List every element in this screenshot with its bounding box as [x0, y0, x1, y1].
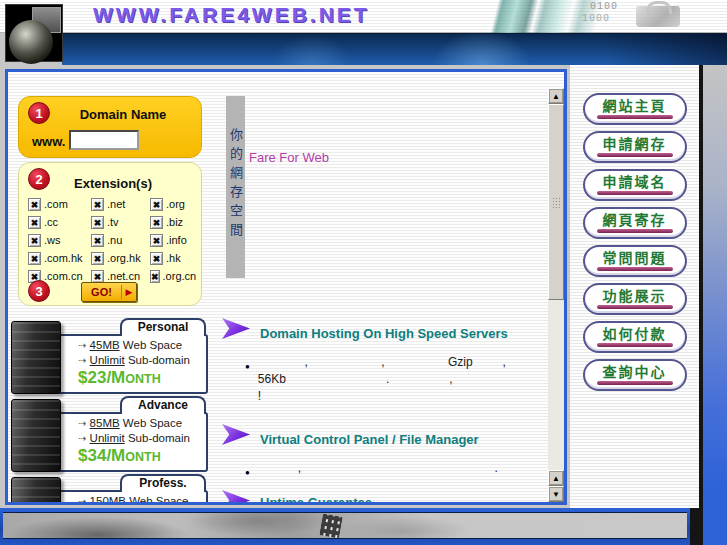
extension-option: ✖.org.hk — [91, 249, 150, 267]
extension-option: ✖.org — [150, 195, 196, 213]
menu-item-payment[interactable]: 如何付款 — [583, 321, 687, 353]
go-arrow-icon: ▶ — [122, 287, 136, 297]
server-tower-image — [11, 477, 61, 502]
extension-label: .hk — [166, 252, 181, 264]
section-title: Uptime Guarantee — [260, 495, 372, 502]
menu-item-features[interactable]: 功能展示 — [583, 283, 687, 315]
binary-text: 1000 — [582, 13, 610, 24]
padlock-graphic — [636, 5, 680, 27]
extension-checkbox[interactable]: ✖ — [28, 216, 41, 229]
plan-tab-advance[interactable]: Advance — [120, 396, 206, 414]
feature-link[interactable]: Unlimit — [90, 432, 125, 444]
extension-option: ✖.cc — [28, 213, 91, 231]
domain-input[interactable] — [69, 130, 139, 150]
extension-label: .tv — [107, 216, 119, 228]
feature-arrow-icon: ⇢ — [78, 340, 86, 351]
extension-checkbox[interactable]: ✖ — [150, 252, 163, 265]
extension-label: .info — [166, 234, 187, 246]
blue-banner-bar — [62, 33, 727, 65]
extension-option: ✖.com — [28, 195, 91, 213]
step-2-badge: 2 — [28, 168, 50, 190]
extension-checkbox[interactable]: ✖ — [150, 198, 163, 211]
scrollbar[interactable]: ▲ ▲ ▼ — [548, 88, 564, 502]
menu-underline-graphic — [597, 191, 673, 195]
globe-icon — [9, 20, 53, 64]
bottom-right-dark-corner — [690, 508, 703, 545]
plan-tab-professional[interactable]: Profess. — [120, 474, 206, 492]
extension-option: ✖.nu — [91, 231, 150, 249]
extension-checkbox[interactable]: ✖ — [28, 252, 41, 265]
section-arrow-icon — [222, 490, 250, 502]
feature-link[interactable]: 85MB — [90, 417, 120, 429]
binary-text: 0100 — [590, 1, 618, 12]
menu-item-label: 網站主頁 — [603, 99, 667, 114]
scroll-up-button-bottom[interactable]: ▲ — [548, 470, 564, 486]
domain-name-panel: 1 Domain Name www. — [18, 96, 202, 158]
section-arrow-icon — [222, 318, 250, 339]
price-unit: /M — [106, 368, 125, 387]
scrollbar-track[interactable] — [548, 300, 564, 470]
feature-arrow-icon: ⇢ — [78, 418, 86, 429]
go-button[interactable]: GO! ▶ — [81, 282, 137, 302]
body-line: ! — [258, 388, 506, 405]
section-title: Domain Hosting On High Speed Servers — [260, 326, 508, 341]
plan-features: ⇢ 45MB Web Space ⇢ Unlimit Sub-domain — [78, 338, 190, 368]
menu-item-faq[interactable]: 常問問題 — [583, 245, 687, 277]
extension-checkbox[interactable]: ✖ — [91, 252, 104, 265]
feature-text: Web Space — [120, 339, 182, 351]
plan-price: $23/MONTH — [78, 368, 161, 388]
vertical-banner-text: 你的網存空間 — [226, 128, 245, 242]
section-arrow-icon — [222, 424, 250, 445]
extension-checkbox[interactable]: ✖ — [91, 216, 104, 229]
plan-card-advance: Advance ⇢ 85MB Web Space ⇢ Unlimit Sub-d… — [14, 396, 210, 474]
extension-checkbox[interactable]: ✖ — [28, 234, 41, 247]
extension-checkbox[interactable]: ✖ — [150, 234, 163, 247]
extension-checkbox[interactable]: ✖ — [91, 270, 104, 283]
extension-option: ✖.com.hk — [28, 249, 91, 267]
feature-text: Sub-domain — [125, 354, 190, 366]
extension-checkbox[interactable]: ✖ — [150, 216, 163, 229]
plan-features: ⇢ 85MB Web Space ⇢ Unlimit Sub-domain — [78, 416, 190, 446]
feature-link[interactable]: 150MB — [90, 495, 126, 502]
www-label: www. — [32, 134, 65, 149]
price-amount: $34 — [78, 446, 106, 465]
extension-checkbox[interactable]: ✖ — [150, 270, 160, 283]
right-gradient-strip — [703, 65, 727, 545]
extension-option: ✖.ws — [28, 231, 91, 249]
extension-label: .com.hk — [44, 252, 83, 264]
extension-option: ✖.info — [150, 231, 196, 249]
extension-option: ✖.tv — [91, 213, 150, 231]
section-body: ● , . — [245, 460, 545, 481]
extension-checkbox[interactable]: ✖ — [91, 198, 104, 211]
extension-label: .com.cn — [44, 270, 83, 282]
plan-features: ⇢ 150MB Web Space — [78, 494, 188, 502]
scroll-up-button[interactable]: ▲ — [548, 88, 564, 104]
menu-item-web-hosting[interactable]: 網頁寄存 — [583, 207, 687, 239]
plan-tab-personal[interactable]: Personal — [120, 318, 206, 336]
menu-item-home[interactable]: 網站主頁 — [583, 93, 687, 125]
feature-link[interactable]: Unlimit — [90, 354, 125, 366]
extension-label: .org.cn — [163, 270, 197, 282]
extensions-grid: ✖.com ✖.net ✖.org ✖.cc ✖.tv ✖.biz ✖.ws ✖… — [28, 195, 198, 285]
scroll-down-button[interactable]: ▼ — [548, 486, 564, 502]
server-tower-image — [11, 321, 61, 394]
top-banner: 0100 1000 WWW.FARE4WEB.NET — [0, 0, 727, 33]
menu-item-label: 查詢中心 — [603, 365, 667, 380]
extension-checkbox[interactable]: ✖ — [91, 234, 104, 247]
scrollbar-grip — [552, 197, 561, 210]
menu-item-label: 功能展示 — [603, 289, 667, 304]
bullet-icon: ● — [245, 358, 250, 405]
feature-arrow-icon: ⇢ — [78, 355, 86, 366]
menu-item-apply-hosting[interactable]: 申請網存 — [583, 131, 687, 163]
extension-checkbox[interactable]: ✖ — [28, 198, 41, 211]
extension-label: .com — [44, 198, 68, 210]
section-body: ● , , Gzip , 56Kb . , ! — [245, 354, 545, 405]
scrollbar-thumb[interactable] — [548, 104, 564, 300]
feature-link[interactable]: 45MB — [90, 339, 120, 351]
menu-item-inquiry[interactable]: 查詢中心 — [583, 359, 687, 391]
menu-item-apply-domain[interactable]: 申請域名 — [583, 169, 687, 201]
dice-graphic — [319, 513, 343, 538]
step-3-badge: 3 — [28, 280, 50, 302]
extension-label: .biz — [166, 216, 183, 228]
main-content-box: 1 Domain Name www. 2 Extension(s) ✖.com … — [5, 69, 567, 505]
